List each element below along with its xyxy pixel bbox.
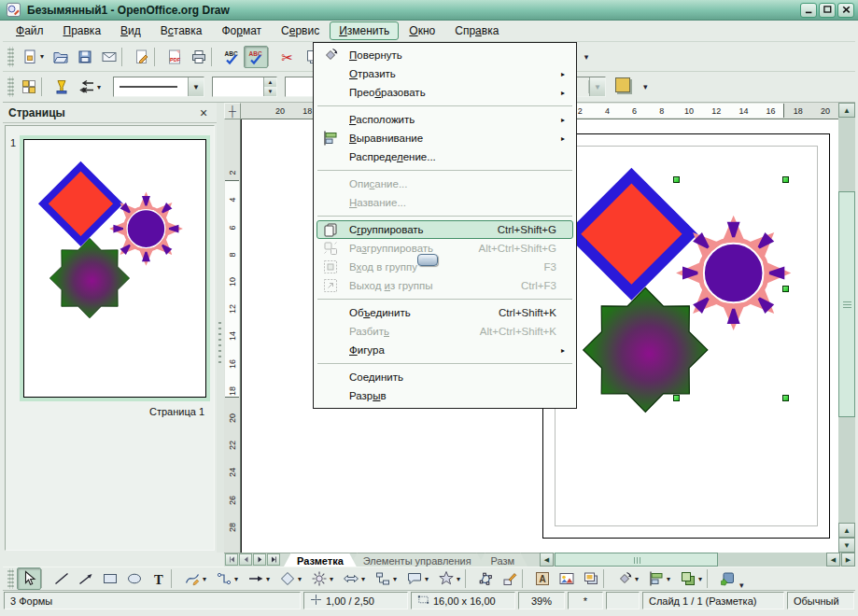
toolbar-button[interactable] bbox=[41, 76, 49, 98]
next-page-icon[interactable] bbox=[253, 553, 266, 566]
vertical-ruler[interactable]: 246810121416182022242628 bbox=[224, 119, 241, 553]
toolbar-button[interactable] bbox=[675, 567, 707, 590]
toolbar-button[interactable] bbox=[555, 567, 579, 590]
toolbar-button[interactable] bbox=[49, 76, 74, 98]
toolbar-button[interactable] bbox=[97, 46, 121, 68]
toolbar-button[interactable] bbox=[17, 76, 41, 98]
toolbar-button[interactable]: T bbox=[147, 567, 171, 590]
toolbar-grip[interactable] bbox=[7, 47, 14, 67]
toolbar-button[interactable] bbox=[49, 46, 73, 68]
menu-item[interactable]: Расположить bbox=[316, 110, 573, 129]
maximize-icon[interactable] bbox=[819, 3, 836, 18]
menubar-item[interactable]: Файл bbox=[7, 21, 53, 40]
title-bar[interactable]: Безымянный1 - OpenOffice.org Draw bbox=[0, 0, 858, 21]
menubar-item[interactable]: Формат bbox=[212, 21, 271, 40]
fill-color-swatch[interactable] bbox=[615, 77, 634, 96]
toolbar-button[interactable] bbox=[715, 567, 739, 590]
chevron-down-icon[interactable]: ▼ bbox=[188, 77, 204, 96]
toolbar-button[interactable] bbox=[306, 567, 338, 590]
layer-tab[interactable]: Разм bbox=[478, 553, 528, 567]
status-zoom[interactable]: 39% bbox=[518, 592, 565, 609]
scroll-up-icon[interactable]: ▲ bbox=[838, 103, 855, 118]
menu-item[interactable]: Сгруппировать Ctrl+Shift+G bbox=[316, 220, 573, 239]
selection-handle[interactable] bbox=[673, 176, 680, 183]
menubar-item[interactable]: Вставка bbox=[151, 21, 212, 40]
status-size[interactable]: 16,00 x 16,00 bbox=[411, 592, 515, 609]
toolbar-overflow-icon[interactable]: ▾ bbox=[739, 581, 753, 590]
menu-item[interactable]: Разгруппировать Alt+Ctrl+Shift+G bbox=[316, 239, 573, 258]
menubar-item[interactable]: Вид bbox=[111, 21, 150, 40]
toolbar-button[interactable] bbox=[522, 567, 530, 590]
menu-item[interactable] bbox=[316, 359, 574, 368]
scrollbar-thumb[interactable] bbox=[555, 553, 718, 567]
menu-item[interactable] bbox=[316, 212, 574, 220]
status-position[interactable]: 1,00 / 2,50 bbox=[303, 592, 408, 609]
toolbar-overflow-icon[interactable]: ▾ bbox=[643, 82, 656, 91]
toolbar-button[interactable] bbox=[268, 46, 276, 68]
menu-item[interactable]: Соединить bbox=[316, 368, 573, 386]
toolbar-button[interactable] bbox=[473, 567, 498, 590]
menubar-item[interactable]: Справка bbox=[445, 21, 508, 40]
menu-item[interactable] bbox=[316, 166, 574, 175]
menu-item[interactable]: Выход из группы Ctrl+F3 bbox=[316, 276, 573, 295]
menu-item[interactable]: Описание... bbox=[316, 175, 573, 193]
ruler-origin[interactable]: ┼ bbox=[224, 103, 241, 119]
menubar-item[interactable]: Окно bbox=[400, 21, 444, 40]
toolbar-grip[interactable] bbox=[7, 568, 14, 589]
status-slide[interactable]: Слайд 1 / 1 (Разметка) bbox=[642, 592, 784, 609]
toolbar-button[interactable]: ABC bbox=[219, 46, 244, 68]
line-style-select[interactable]: ▼ bbox=[113, 77, 204, 97]
minimize-icon[interactable] bbox=[800, 3, 817, 18]
menu-item[interactable]: Фигура bbox=[316, 341, 573, 359]
menubar-item[interactable]: Изменить bbox=[330, 21, 399, 40]
prev-page-icon[interactable] bbox=[239, 553, 252, 566]
toolbar-button[interactable]: ✂ bbox=[276, 46, 301, 68]
toolbar-button[interactable] bbox=[370, 567, 401, 590]
toolbar-button[interactable] bbox=[154, 46, 162, 68]
toolbar-button[interactable] bbox=[643, 567, 675, 590]
toolbar-overflow-icon[interactable]: ▾ bbox=[580, 49, 593, 64]
line-width-spinner[interactable]: ▲▼ bbox=[212, 77, 277, 97]
toolbar-button[interactable] bbox=[74, 567, 98, 590]
menu-item[interactable]: Объединить Ctrl+Shift+K bbox=[316, 303, 573, 322]
selection-handle[interactable] bbox=[673, 395, 680, 401]
toolbar-button[interactable] bbox=[211, 567, 243, 590]
toolbar-button[interactable] bbox=[465, 567, 473, 590]
layer-tab[interactable]: Элементы управления bbox=[350, 553, 485, 567]
close-icon[interactable] bbox=[837, 3, 854, 18]
drawing-page[interactable] bbox=[542, 133, 830, 539]
close-icon[interactable]: × bbox=[196, 106, 211, 119]
toolbar-button[interactable] bbox=[401, 567, 433, 590]
toolbar-button[interactable] bbox=[74, 76, 105, 98]
toolbar-button[interactable] bbox=[98, 567, 122, 590]
toolbar-button[interactable] bbox=[41, 567, 49, 590]
scroll-up-icon[interactable]: ▲ bbox=[838, 523, 855, 538]
toolbar-button[interactable] bbox=[243, 567, 274, 590]
toolbar-button[interactable] bbox=[187, 46, 211, 68]
menu-item[interactable] bbox=[316, 295, 574, 303]
pages-panel-header[interactable]: Страницы × bbox=[3, 103, 217, 123]
toolbar-button[interactable] bbox=[498, 567, 522, 590]
menu-item[interactable]: Название... bbox=[316, 193, 573, 212]
menu-item[interactable] bbox=[316, 102, 574, 110]
scrollbar-thumb[interactable] bbox=[838, 191, 855, 417]
status-view-mode[interactable]: Обычный bbox=[787, 592, 854, 609]
toolbar-button[interactable]: PDF bbox=[162, 46, 187, 68]
last-page-icon[interactable] bbox=[267, 553, 280, 566]
toolbar-button[interactable] bbox=[121, 46, 130, 68]
toolbar-button[interactable] bbox=[707, 567, 715, 590]
layer-tab[interactable]: Разметка bbox=[284, 553, 357, 567]
page-thumbnail[interactable] bbox=[20, 135, 210, 401]
toolbar-button[interactable] bbox=[211, 46, 219, 68]
toolbar-button[interactable] bbox=[603, 567, 612, 590]
toolbar-button[interactable] bbox=[17, 46, 49, 68]
toolbar-button[interactable] bbox=[338, 567, 370, 590]
selection-handle[interactable] bbox=[782, 395, 789, 401]
toolbar-button[interactable] bbox=[274, 567, 306, 590]
menu-item[interactable]: Разрыв bbox=[316, 386, 573, 405]
toolbar-button[interactable] bbox=[73, 46, 97, 68]
toolbar-button[interactable] bbox=[171, 567, 179, 590]
menu-item[interactable]: Преобразовать bbox=[316, 83, 573, 102]
toolbar-button[interactable] bbox=[579, 567, 603, 590]
toolbar-button[interactable] bbox=[130, 46, 154, 68]
